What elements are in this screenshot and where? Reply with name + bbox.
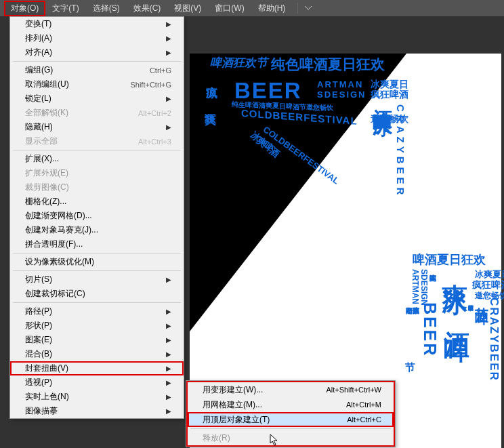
menu-separator: [13, 270, 181, 271]
menu-item-shortcut: Alt+Ctrl+2: [138, 109, 171, 117]
menu-item-label: 路径(P): [25, 306, 162, 317]
menu-item[interactable]: 锁定(L)▶: [10, 91, 184, 106]
art-sub1: 纯色啤酒夏日狂欢: [271, 57, 385, 72]
menu-item[interactable]: 拼合透明度(F)...: [10, 237, 184, 251]
menu-item-label: 封套扭曲(V): [25, 363, 162, 374]
menubar-separator: [297, 3, 298, 14]
chevron-right-icon: ▶: [166, 365, 171, 372]
chevron-right-icon: ▶: [166, 379, 171, 386]
menu-item-label: 裁剪图像(C): [25, 182, 171, 193]
menu-separator: [13, 150, 181, 150]
menu-item-label: 扩展(X)...: [25, 153, 171, 165]
menubar-item[interactable]: 帮助(H): [251, 1, 293, 16]
art-brand1: ARTMAN: [317, 80, 363, 89]
menu-item[interactable]: 创建渐变网格(D)...: [10, 209, 184, 223]
chevron-right-icon: ▶: [166, 308, 171, 315]
menu-item: 扩展外观(E): [10, 166, 184, 180]
menu-item[interactable]: 形状(P)▶: [10, 319, 184, 333]
art-brand2b: SDESIGN: [419, 269, 428, 306]
submenu-item-label: 用顶层对象建立(T): [203, 414, 347, 426]
menu-item-label: 创建渐变网格(D)...: [25, 210, 171, 222]
menu-item[interactable]: 隐藏(H)▶: [10, 120, 184, 134]
menu-item-label: 栅格化(Z)...: [25, 196, 171, 207]
menu-item[interactable]: 栅格化(Z)...: [10, 195, 184, 209]
menubar-item[interactable]: 选择(S): [86, 1, 127, 16]
menu-item[interactable]: 取消编组(U)Shift+Ctrl+G: [10, 77, 184, 91]
menu-item[interactable]: 对齐(A)▶: [10, 45, 184, 60]
menu-item-label: 扩展外观(E): [25, 167, 171, 179]
art-beer: BEER: [234, 79, 302, 103]
art-summer: 啤酒夏日狂欢: [413, 253, 486, 266]
chevron-right-icon: ▶: [166, 336, 171, 344]
menu-item-label: 拼合透明度(F)...: [25, 239, 171, 250]
chevron-right-icon: ▶: [166, 322, 171, 329]
submenu-item-label: 释放(R): [203, 432, 381, 444]
chevron-right-icon: ▶: [166, 123, 171, 131]
menu-separator: [190, 428, 391, 429]
submenu-item-label: 用网格建立(M)...: [203, 399, 346, 411]
art-brand1b: ARTMAN: [411, 269, 419, 304]
submenu-item[interactable]: 用顶层对象建立(T)Alt+Ctrl+C: [188, 412, 394, 427]
menu-item[interactable]: 设为像素级优化(M): [10, 255, 184, 269]
menu-item-label: 创建对象马赛克(J)...: [25, 224, 171, 236]
menu-item[interactable]: 创建对象马赛克(J)...: [10, 223, 184, 237]
submenu-item[interactable]: 用变形建立(W)...Alt+Shift+Ctrl+W: [188, 382, 394, 397]
menu-item[interactable]: 图像描摹▶: [10, 404, 184, 418]
art-r1: 冰爽夏日: [371, 79, 408, 89]
menu-item-label: 形状(P): [25, 320, 162, 331]
menu-item-label: 显示全部: [25, 136, 138, 147]
chevron-right-icon: ▶: [166, 276, 171, 283]
menubar-item[interactable]: 对象(O): [4, 1, 45, 16]
menu-item[interactable]: 实时上色(N)▶: [10, 390, 184, 404]
menu-separator: [13, 302, 181, 303]
menubar-item[interactable]: 效果(C): [127, 1, 168, 16]
workspace-switcher-icon[interactable]: [303, 3, 313, 13]
menu-item[interactable]: 路径(P)▶: [10, 304, 184, 319]
menu-item[interactable]: 编组(G)Ctrl+G: [10, 63, 184, 77]
menu-item[interactable]: 创建裁切标记(C): [10, 287, 184, 301]
chevron-right-icon: ▶: [166, 49, 171, 56]
menu-item[interactable]: 变换(T)▶: [10, 17, 184, 31]
art-r2b: 疯狂啤酒: [472, 280, 504, 290]
menu-item-shortcut: Ctrl+G: [150, 66, 171, 75]
submenu-item[interactable]: 用网格建立(M)...Alt+Ctrl+M: [188, 397, 394, 412]
menu-item-label: 全部解锁(K): [25, 107, 138, 119]
menu-item[interactable]: 切片(S)▶: [10, 272, 184, 287]
menu-item-label: 设为像素级优化(M): [25, 256, 171, 268]
menubar-item[interactable]: 视图(V): [167, 1, 208, 16]
art-r2: 疯狂啤酒: [371, 89, 408, 100]
menu-item-label: 锁定(L): [25, 93, 162, 104]
menubar-item[interactable]: 窗口(W): [208, 1, 251, 16]
menu-item-label: 创建裁切标记(C): [25, 288, 171, 300]
menu-item[interactable]: 扩展(X)...: [10, 152, 184, 166]
menu-item-shortcut: Shift+Ctrl+G: [130, 81, 171, 89]
submenu-item-shortcut: Alt+Ctrl+C: [347, 415, 381, 424]
menu-item[interactable]: 透视(P)▶: [10, 375, 184, 390]
menu-item[interactable]: 排列(A)▶: [10, 31, 184, 45]
menu-item-label: 编组(G): [25, 64, 150, 76]
chevron-right-icon: ▶: [166, 95, 171, 102]
submenu-item-label: 用变形建立(W)...: [203, 384, 326, 396]
object-menu-dropdown: 变换(T)▶排列(A)▶对齐(A)▶编组(G)Ctrl+G取消编组(U)Shif…: [9, 16, 184, 419]
art-brand2: SDESIGN: [317, 90, 366, 100]
cursor-icon: [270, 434, 279, 446]
menu-item-label: 图案(E): [25, 334, 162, 346]
menubar-item[interactable]: 文字(T): [45, 1, 85, 16]
menu-item: 显示全部Alt+Ctrl+3: [10, 134, 184, 148]
submenu-item: 释放(R): [188, 430, 394, 445]
menu-item-label: 实时上色(N): [25, 391, 162, 403]
chevron-right-icon: ▶: [166, 20, 171, 28]
menu-item[interactable]: 图案(E)▶: [10, 333, 184, 347]
submenu-item-shortcut: Alt+Ctrl+M: [346, 401, 381, 409]
menu-item-label: 取消编组(U): [25, 79, 130, 90]
menu-item-label: 排列(A): [25, 33, 162, 44]
menu-item-shortcut: Alt+Ctrl+3: [138, 138, 171, 146]
menu-item: 全部解锁(K)Alt+Ctrl+2: [10, 106, 184, 120]
menu-separator: [13, 61, 181, 62]
menu-item[interactable]: 封套扭曲(V)▶: [10, 361, 184, 375]
chevron-right-icon: ▶: [166, 35, 171, 42]
menu-item[interactable]: 混合(B)▶: [10, 347, 184, 361]
menu-item-label: 切片(S): [25, 274, 162, 285]
menu-item-label: 对齐(A): [25, 47, 162, 58]
menu-item-label: 混合(B): [25, 348, 162, 360]
